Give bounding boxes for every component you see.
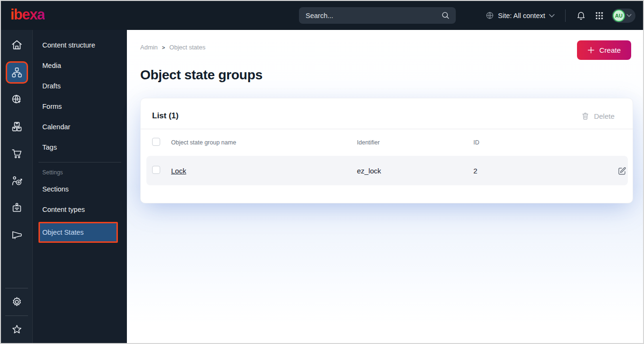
rail-item-product-catalog[interactable] <box>1 113 32 140</box>
search-icon[interactable] <box>441 11 450 20</box>
sidebar-item-forms[interactable]: Forms <box>33 96 127 116</box>
icon-rail <box>1 30 33 343</box>
page-title: Object state groups <box>140 67 631 83</box>
object-state-groups-table: Object state group name Identifier ID Lo… <box>141 129 633 203</box>
sidebar-item-media[interactable]: Media <box>33 55 127 76</box>
trash-icon <box>581 112 589 120</box>
topbar: ibexa Site: All context <box>1 1 643 30</box>
table-header-row: Object state group name Identifier ID <box>152 129 621 156</box>
application-window: ibexa Site: All context <box>0 0 644 344</box>
global-search[interactable] <box>299 7 456 24</box>
bell-icon <box>576 10 586 20</box>
rail-item-content-structure[interactable] <box>1 58 32 86</box>
settings-section-header: Settings <box>33 162 127 179</box>
sidebar-item-sections[interactable]: Sections <box>33 179 127 199</box>
sidebar-item-calendar[interactable]: Calendar <box>33 116 127 137</box>
rail-item-personalization[interactable] <box>1 167 32 194</box>
breadcrumb-admin[interactable]: Admin <box>140 44 158 51</box>
cell-id: 2 <box>473 167 615 175</box>
globe-cursor-icon <box>11 94 23 105</box>
chevron-down-icon <box>549 14 555 18</box>
id-badge-icon <box>11 202 23 214</box>
site-context-selector[interactable]: Site: All context <box>484 10 556 21</box>
home-icon <box>11 39 23 51</box>
breadcrumb-object-states: Object states <box>169 44 205 51</box>
sidebar-item-drafts[interactable]: Drafts <box>33 76 127 96</box>
list-card: List (1) Delete <box>140 98 633 203</box>
avatar: AU <box>613 10 625 22</box>
cell-identifier: ez_lock <box>357 167 473 175</box>
sidebar-item-content-structure[interactable]: Content structure <box>33 35 127 55</box>
select-all-checkbox[interactable] <box>152 138 160 146</box>
content-structure-active-tile <box>6 61 28 84</box>
delete-button[interactable]: Delete <box>581 112 615 120</box>
rail-item-home[interactable] <box>1 31 32 58</box>
breadcrumb-separator: > <box>162 45 165 50</box>
delete-button-label: Delete <box>594 112 615 120</box>
create-button-label: Create <box>599 46 621 54</box>
site-context-label: Site: All context <box>498 12 545 19</box>
main-content: Admin > Object states Create Object stat… <box>127 30 643 343</box>
sitemap-icon <box>11 67 23 78</box>
notifications-button[interactable] <box>575 10 587 21</box>
gear-icon <box>11 296 23 308</box>
boxes-icon <box>11 121 23 133</box>
ibexa-logo[interactable]: ibexa <box>10 7 45 24</box>
plus-icon <box>587 47 595 54</box>
edit-icon <box>617 166 626 175</box>
sidebar-item-object-states[interactable]: Object States <box>38 222 118 243</box>
chevron-down-icon <box>626 14 632 17</box>
rail-item-settings[interactable] <box>1 288 32 315</box>
column-header-id: ID <box>473 139 609 146</box>
row-checkbox[interactable] <box>152 166 160 174</box>
rail-item-customers[interactable] <box>1 194 32 221</box>
breadcrumb: Admin > Object states <box>140 40 205 51</box>
create-button[interactable]: Create <box>577 40 631 60</box>
sidebar-menu: Content structure Media Drafts Forms Cal… <box>33 30 127 343</box>
rail-item-marketing[interactable] <box>1 221 32 248</box>
topbar-actions: Site: All context <box>484 9 635 23</box>
user-menu[interactable]: AU <box>612 9 635 23</box>
edit-row-button[interactable] <box>615 166 628 175</box>
topbar-divider <box>565 10 566 22</box>
globe-icon <box>485 11 494 20</box>
list-title: List (1) <box>152 111 179 121</box>
list-card-header: List (1) Delete <box>141 98 633 129</box>
page-header-row: Admin > Object states Create <box>140 40 631 60</box>
cart-icon <box>11 148 23 160</box>
table-row: Lock ez_lock 2 <box>146 156 628 185</box>
app-switcher-button[interactable] <box>594 10 605 21</box>
search-input[interactable] <box>306 12 441 19</box>
megaphone-icon <box>11 229 23 241</box>
rail-item-commerce[interactable] <box>1 140 32 167</box>
person-target-icon <box>11 175 23 187</box>
row-name-link[interactable]: Lock <box>171 167 186 175</box>
rail-item-bookmarks[interactable] <box>1 316 32 343</box>
column-header-name: Object state group name <box>171 139 357 146</box>
star-icon <box>11 324 23 335</box>
rail-item-site[interactable] <box>1 86 32 113</box>
sidebar-item-content-types[interactable]: Content types <box>33 199 127 220</box>
sidebar-item-tags[interactable]: Tags <box>33 137 127 157</box>
grid-icon <box>595 11 604 20</box>
column-header-identifier: Identifier <box>357 139 473 146</box>
